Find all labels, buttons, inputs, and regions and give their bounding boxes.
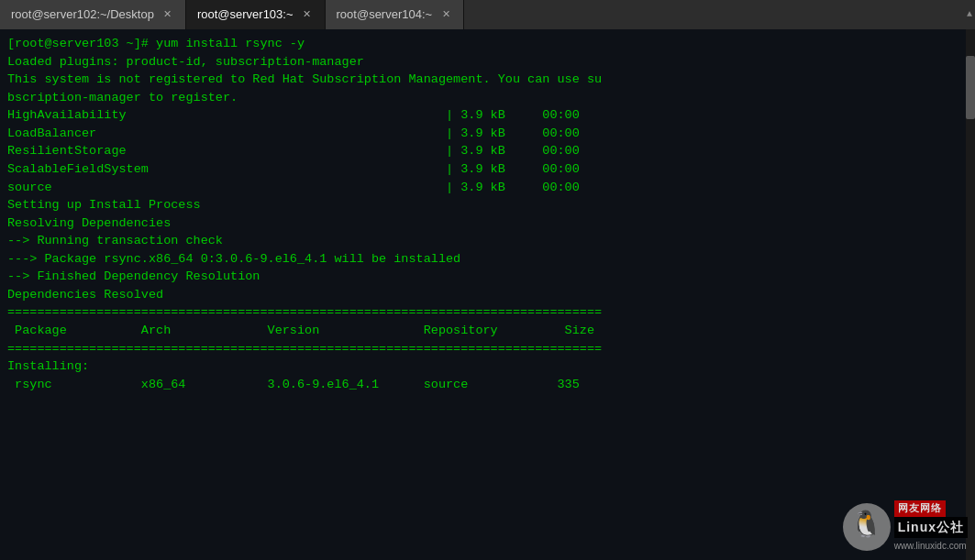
terminal-line: ========================================… bbox=[7, 340, 968, 358]
terminal-line: HighAvailability | 3.9 kB 00:00 bbox=[7, 106, 968, 125]
terminal-line: ResilientStorage | 3.9 kB 00:00 bbox=[7, 142, 968, 160]
watermark-top-text: 网友网络 bbox=[894, 500, 946, 517]
tab-server103[interactable]: root@server103:~ ✕ bbox=[186, 0, 326, 29]
titlebar: root@server102:~/Desktop ✕ root@server10… bbox=[0, 0, 975, 29]
terminal-line: ---> Package rsync.x86_64 0:3.0.6-9.el6_… bbox=[7, 250, 968, 269]
tab-server102-label: root@server102:~/Desktop bbox=[11, 7, 154, 21]
terminal-line: Loaded plugins: product-id, subscription… bbox=[7, 53, 968, 71]
watermark-url: www.linuxidc.com bbox=[894, 540, 967, 554]
tab-server104[interactable]: root@server104:~ ✕ bbox=[326, 0, 465, 29]
terminal-line: ScalableFieldSystem | 3.9 kB 00:00 bbox=[7, 160, 968, 179]
terminal-lines: [root@server103 ~]# yum install rsync -y… bbox=[7, 35, 968, 393]
terminal-line: source | 3.9 kB 00:00 bbox=[7, 179, 968, 197]
terminal-line: --> Finished Dependency Resolution bbox=[7, 268, 968, 286]
terminal-line: Installing: bbox=[7, 357, 968, 376]
terminal[interactable]: [root@server103 ~]# yum install rsync -y… bbox=[0, 29, 975, 560]
watermark-logo: 网友网络 Linux公社 www.linuxidc.com bbox=[894, 500, 968, 553]
terminal-line: Dependencies Resolved bbox=[7, 286, 968, 304]
tab-server104-label: root@server104:~ bbox=[337, 7, 433, 21]
terminal-line: rsync x86_64 3.0.6-9.el6_4.1 source 335 bbox=[7, 376, 968, 394]
titlebar-spacer bbox=[464, 0, 964, 29]
terminal-line: LoadBalancer | 3.9 kB 00:00 bbox=[7, 125, 968, 143]
tab-server102[interactable]: root@server102:~/Desktop ✕ bbox=[0, 0, 186, 29]
scrollbar-thumb[interactable] bbox=[966, 56, 975, 119]
terminal-line: --> Running transaction check bbox=[7, 232, 968, 250]
terminal-line: ========================================… bbox=[7, 303, 968, 322]
terminal-line: Package Arch Version Repository Size bbox=[7, 322, 968, 340]
watermark-bottom-text: Linux公社 bbox=[894, 517, 968, 537]
terminal-line: [root@server103 ~]# yum install rsync -y bbox=[7, 35, 968, 53]
terminal-line: Resolving Dependencies bbox=[7, 214, 968, 233]
tab-server104-close[interactable]: ✕ bbox=[439, 8, 452, 21]
terminal-line: bscription-manager to register. bbox=[7, 89, 968, 107]
watermark-bird-icon: 🐧 bbox=[843, 503, 891, 551]
tab-server103-label: root@server103:~ bbox=[197, 7, 294, 21]
watermark: 🐧 网友网络 Linux公社 www.linuxidc.com bbox=[843, 500, 968, 553]
terminal-line: This system is not registered to Red Hat… bbox=[7, 71, 968, 89]
tab-server103-close[interactable]: ✕ bbox=[301, 8, 314, 21]
scroll-up-indicator: ▲ bbox=[964, 0, 975, 29]
scrollbar[interactable] bbox=[966, 29, 975, 560]
terminal-line: Setting up Install Process bbox=[7, 196, 968, 214]
tab-server102-close[interactable]: ✕ bbox=[161, 8, 174, 21]
